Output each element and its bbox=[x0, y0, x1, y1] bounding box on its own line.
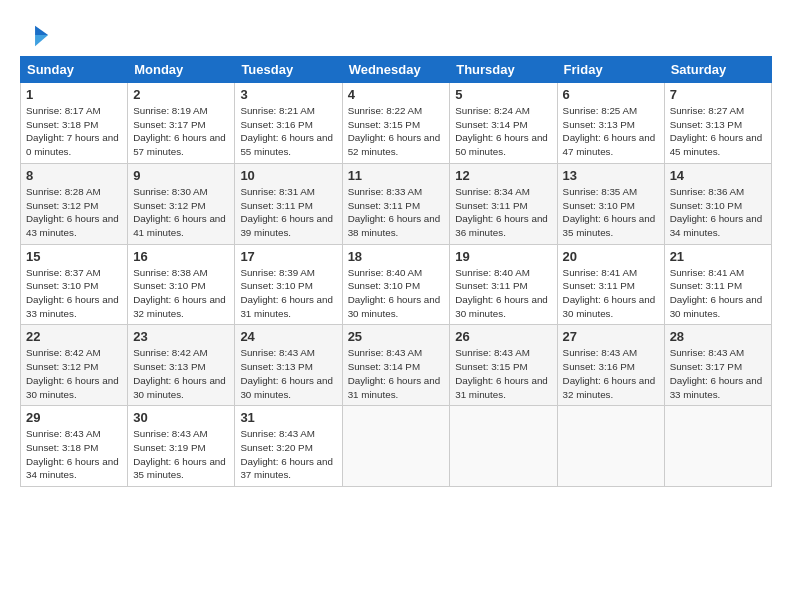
day-number: 15 bbox=[26, 249, 122, 264]
day-info: Sunrise: 8:28 AM Sunset: 3:12 PM Dayligh… bbox=[26, 185, 122, 240]
daylight: Daylight: 6 hours and 43 minutes. bbox=[26, 213, 119, 238]
sunrise: Sunrise: 8:22 AM bbox=[348, 105, 423, 116]
sunrise: Sunrise: 8:34 AM bbox=[455, 186, 530, 197]
day-number: 14 bbox=[670, 168, 766, 183]
sunrise: Sunrise: 8:42 AM bbox=[26, 347, 101, 358]
day-info: Sunrise: 8:43 AM Sunset: 3:13 PM Dayligh… bbox=[240, 346, 336, 401]
week-row-1: 1 Sunrise: 8:17 AM Sunset: 3:18 PM Dayli… bbox=[21, 83, 772, 164]
calendar-table: SundayMondayTuesdayWednesdayThursdayFrid… bbox=[20, 56, 772, 487]
day-cell: 27 Sunrise: 8:43 AM Sunset: 3:16 PM Dayl… bbox=[557, 325, 664, 406]
day-cell: 12 Sunrise: 8:34 AM Sunset: 3:11 PM Dayl… bbox=[450, 163, 557, 244]
daylight: Daylight: 6 hours and 33 minutes. bbox=[670, 375, 763, 400]
day-cell bbox=[450, 406, 557, 487]
logo bbox=[20, 22, 50, 46]
daylight: Daylight: 6 hours and 32 minutes. bbox=[133, 294, 226, 319]
day-number: 9 bbox=[133, 168, 229, 183]
sunset: Sunset: 3:11 PM bbox=[348, 200, 420, 211]
week-row-5: 29 Sunrise: 8:43 AM Sunset: 3:18 PM Dayl… bbox=[21, 406, 772, 487]
day-number: 3 bbox=[240, 87, 336, 102]
day-info: Sunrise: 8:43 AM Sunset: 3:18 PM Dayligh… bbox=[26, 427, 122, 482]
sunset: Sunset: 3:10 PM bbox=[133, 280, 205, 291]
sunrise: Sunrise: 8:39 AM bbox=[240, 267, 315, 278]
sunset: Sunset: 3:12 PM bbox=[26, 200, 98, 211]
daylight: Daylight: 6 hours and 31 minutes. bbox=[240, 294, 333, 319]
daylight: Daylight: 6 hours and 50 minutes. bbox=[455, 132, 548, 157]
day-number: 1 bbox=[26, 87, 122, 102]
day-cell: 28 Sunrise: 8:43 AM Sunset: 3:17 PM Dayl… bbox=[664, 325, 771, 406]
day-number: 22 bbox=[26, 329, 122, 344]
sunrise: Sunrise: 8:43 AM bbox=[133, 428, 208, 439]
sunrise: Sunrise: 8:43 AM bbox=[348, 347, 423, 358]
sunset: Sunset: 3:20 PM bbox=[240, 442, 312, 453]
sunset: Sunset: 3:18 PM bbox=[26, 442, 98, 453]
day-number: 31 bbox=[240, 410, 336, 425]
day-info: Sunrise: 8:22 AM Sunset: 3:15 PM Dayligh… bbox=[348, 104, 445, 159]
sunrise: Sunrise: 8:40 AM bbox=[455, 267, 530, 278]
day-info: Sunrise: 8:38 AM Sunset: 3:10 PM Dayligh… bbox=[133, 266, 229, 321]
day-number: 27 bbox=[563, 329, 659, 344]
day-header-sunday: Sunday bbox=[21, 57, 128, 83]
sunrise: Sunrise: 8:31 AM bbox=[240, 186, 315, 197]
sunset: Sunset: 3:12 PM bbox=[133, 200, 205, 211]
day-number: 7 bbox=[670, 87, 766, 102]
day-info: Sunrise: 8:40 AM Sunset: 3:11 PM Dayligh… bbox=[455, 266, 551, 321]
sunrise: Sunrise: 8:30 AM bbox=[133, 186, 208, 197]
sunrise: Sunrise: 8:36 AM bbox=[670, 186, 745, 197]
daylight: Daylight: 6 hours and 30 minutes. bbox=[563, 294, 656, 319]
day-cell: 6 Sunrise: 8:25 AM Sunset: 3:13 PM Dayli… bbox=[557, 83, 664, 164]
sunrise: Sunrise: 8:43 AM bbox=[26, 428, 101, 439]
sunset: Sunset: 3:10 PM bbox=[563, 200, 635, 211]
sunrise: Sunrise: 8:33 AM bbox=[348, 186, 423, 197]
sunset: Sunset: 3:18 PM bbox=[26, 119, 98, 130]
daylight: Daylight: 6 hours and 39 minutes. bbox=[240, 213, 333, 238]
day-number: 20 bbox=[563, 249, 659, 264]
day-info: Sunrise: 8:43 AM Sunset: 3:15 PM Dayligh… bbox=[455, 346, 551, 401]
day-info: Sunrise: 8:39 AM Sunset: 3:10 PM Dayligh… bbox=[240, 266, 336, 321]
sunrise: Sunrise: 8:38 AM bbox=[133, 267, 208, 278]
day-cell: 19 Sunrise: 8:40 AM Sunset: 3:11 PM Dayl… bbox=[450, 244, 557, 325]
sunset: Sunset: 3:13 PM bbox=[563, 119, 635, 130]
sunset: Sunset: 3:13 PM bbox=[670, 119, 742, 130]
sunset: Sunset: 3:10 PM bbox=[240, 280, 312, 291]
sunset: Sunset: 3:15 PM bbox=[348, 119, 420, 130]
sunset: Sunset: 3:16 PM bbox=[240, 119, 312, 130]
sunset: Sunset: 3:11 PM bbox=[670, 280, 742, 291]
day-info: Sunrise: 8:34 AM Sunset: 3:11 PM Dayligh… bbox=[455, 185, 551, 240]
day-number: 25 bbox=[348, 329, 445, 344]
day-header-tuesday: Tuesday bbox=[235, 57, 342, 83]
day-info: Sunrise: 8:19 AM Sunset: 3:17 PM Dayligh… bbox=[133, 104, 229, 159]
day-cell: 24 Sunrise: 8:43 AM Sunset: 3:13 PM Dayl… bbox=[235, 325, 342, 406]
sunrise: Sunrise: 8:42 AM bbox=[133, 347, 208, 358]
day-info: Sunrise: 8:21 AM Sunset: 3:16 PM Dayligh… bbox=[240, 104, 336, 159]
daylight: Daylight: 6 hours and 30 minutes. bbox=[455, 294, 548, 319]
day-header-friday: Friday bbox=[557, 57, 664, 83]
day-info: Sunrise: 8:43 AM Sunset: 3:20 PM Dayligh… bbox=[240, 427, 336, 482]
day-cell: 4 Sunrise: 8:22 AM Sunset: 3:15 PM Dayli… bbox=[342, 83, 450, 164]
daylight: Daylight: 6 hours and 45 minutes. bbox=[670, 132, 763, 157]
day-cell: 14 Sunrise: 8:36 AM Sunset: 3:10 PM Dayl… bbox=[664, 163, 771, 244]
day-number: 4 bbox=[348, 87, 445, 102]
daylight: Daylight: 6 hours and 41 minutes. bbox=[133, 213, 226, 238]
header bbox=[20, 18, 772, 46]
sunset: Sunset: 3:13 PM bbox=[240, 361, 312, 372]
daylight: Daylight: 6 hours and 34 minutes. bbox=[670, 213, 763, 238]
day-header-thursday: Thursday bbox=[450, 57, 557, 83]
sunset: Sunset: 3:19 PM bbox=[133, 442, 205, 453]
day-info: Sunrise: 8:31 AM Sunset: 3:11 PM Dayligh… bbox=[240, 185, 336, 240]
week-row-3: 15 Sunrise: 8:37 AM Sunset: 3:10 PM Dayl… bbox=[21, 244, 772, 325]
daylight: Daylight: 6 hours and 33 minutes. bbox=[26, 294, 119, 319]
sunset: Sunset: 3:14 PM bbox=[455, 119, 527, 130]
sunrise: Sunrise: 8:43 AM bbox=[670, 347, 745, 358]
day-info: Sunrise: 8:25 AM Sunset: 3:13 PM Dayligh… bbox=[563, 104, 659, 159]
day-number: 21 bbox=[670, 249, 766, 264]
day-cell: 26 Sunrise: 8:43 AM Sunset: 3:15 PM Dayl… bbox=[450, 325, 557, 406]
day-number: 13 bbox=[563, 168, 659, 183]
day-cell: 7 Sunrise: 8:27 AM Sunset: 3:13 PM Dayli… bbox=[664, 83, 771, 164]
day-number: 17 bbox=[240, 249, 336, 264]
day-info: Sunrise: 8:41 AM Sunset: 3:11 PM Dayligh… bbox=[670, 266, 766, 321]
daylight: Daylight: 6 hours and 30 minutes. bbox=[240, 375, 333, 400]
sunset: Sunset: 3:11 PM bbox=[240, 200, 312, 211]
sunrise: Sunrise: 8:40 AM bbox=[348, 267, 423, 278]
day-cell: 13 Sunrise: 8:35 AM Sunset: 3:10 PM Dayl… bbox=[557, 163, 664, 244]
sunrise: Sunrise: 8:41 AM bbox=[563, 267, 638, 278]
